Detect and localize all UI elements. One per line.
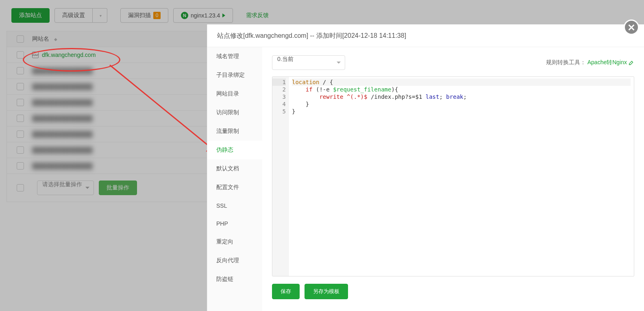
tab-10[interactable]: 重定向 <box>207 233 262 251</box>
settings-tabs: 域名管理子目录绑定网站目录访问限制流量限制伪静态默认文档配置文件SSLPHP重定… <box>207 47 262 311</box>
nginx-icon: N <box>181 12 188 19</box>
site-domain-link[interactable]: dfk.wangchengd.com <box>42 52 96 58</box>
batch-select[interactable]: 请选择批量操作 <box>37 181 94 195</box>
row-checkbox[interactable] <box>17 130 24 138</box>
tab-0[interactable]: 域名管理 <box>207 47 262 66</box>
play-icon <box>222 13 225 17</box>
rewrite-panel: 0.当前 规则转换工具： Apache转Nginx 12345 location… <box>262 47 644 311</box>
tab-3[interactable]: 访问限制 <box>207 103 262 122</box>
convert-tool: 规则转换工具： Apache转Nginx <box>546 59 634 66</box>
advanced-settings-button[interactable]: 高级设置 <box>54 8 93 23</box>
tab-8[interactable]: SSL <box>207 197 262 215</box>
vuln-scan-label: 漏洞扫描 <box>128 12 151 19</box>
sort-icon: ◆ <box>54 37 57 41</box>
vuln-scan-button[interactable]: 漏洞扫描 0 <box>120 8 168 23</box>
nginx-version-label: nginx1.23.4 <box>191 12 220 19</box>
editor-gutter: 12345 <box>272 77 289 276</box>
site-settings-modal: 站点修改[dfk.wangchengd.com] -- 添加时间[2024-12… <box>207 24 644 311</box>
row-checkbox[interactable] <box>17 162 24 170</box>
feedback-link[interactable]: 需求反馈 <box>246 12 269 19</box>
pencil-icon <box>629 60 634 65</box>
save-as-template-button[interactable]: 另存为模板 <box>305 284 348 299</box>
code-editor[interactable]: 12345 location / { if (!-e $request_file… <box>272 76 634 276</box>
waf-icon: WAF <box>32 52 39 58</box>
add-site-button[interactable]: 添加站点 <box>11 8 50 23</box>
close-button[interactable] <box>624 20 639 35</box>
select-all-checkbox[interactable] <box>17 35 24 43</box>
modal-title: 站点修改[dfk.wangchengd.com] -- 添加时间[2024-12… <box>207 24 644 47</box>
row-checkbox[interactable] <box>17 67 24 74</box>
row-checkbox[interactable] <box>17 51 24 59</box>
editor-code[interactable]: location / { if (!-e $request_filename){… <box>289 77 634 276</box>
save-button[interactable]: 保存 <box>272 284 300 299</box>
column-site-name-label: 网站名 <box>32 35 49 43</box>
tab-6[interactable]: 默认文档 <box>207 159 262 178</box>
template-select[interactable]: 0.当前 <box>272 55 345 70</box>
row-checkbox[interactable] <box>17 146 24 154</box>
batch-checkbox[interactable] <box>17 184 24 191</box>
convert-tool-link[interactable]: Apache转Nginx <box>587 59 627 66</box>
convert-tool-label: 规则转换工具： <box>546 59 586 66</box>
tab-12[interactable]: 防盗链 <box>207 270 262 289</box>
tab-5[interactable]: 伪静态 <box>207 141 262 159</box>
chevron-down-icon <box>85 187 89 189</box>
template-select-value: 0.当前 <box>277 56 294 62</box>
vuln-scan-badge: 0 <box>153 12 161 19</box>
nginx-version-button[interactable]: N nginx1.23.4 <box>173 8 233 23</box>
row-checkbox[interactable] <box>17 115 24 122</box>
tab-2[interactable]: 网站目录 <box>207 85 262 103</box>
row-checkbox[interactable] <box>17 99 24 106</box>
chevron-down-icon <box>337 62 341 64</box>
tab-1[interactable]: 子目录绑定 <box>207 66 262 85</box>
tab-7[interactable]: 配置文件 <box>207 178 262 197</box>
batch-action-button[interactable]: 批量操作 <box>99 181 137 195</box>
advanced-settings-dropdown[interactable]: ▾ <box>93 8 107 23</box>
advanced-settings-group: 高级设置 ▾ <box>54 8 107 23</box>
batch-select-label: 请选择批量操作 <box>42 181 82 187</box>
tab-11[interactable]: 反向代理 <box>207 251 262 270</box>
row-checkbox[interactable] <box>17 83 24 90</box>
tab-4[interactable]: 流量限制 <box>207 122 262 141</box>
tab-9[interactable]: PHP <box>207 215 262 233</box>
